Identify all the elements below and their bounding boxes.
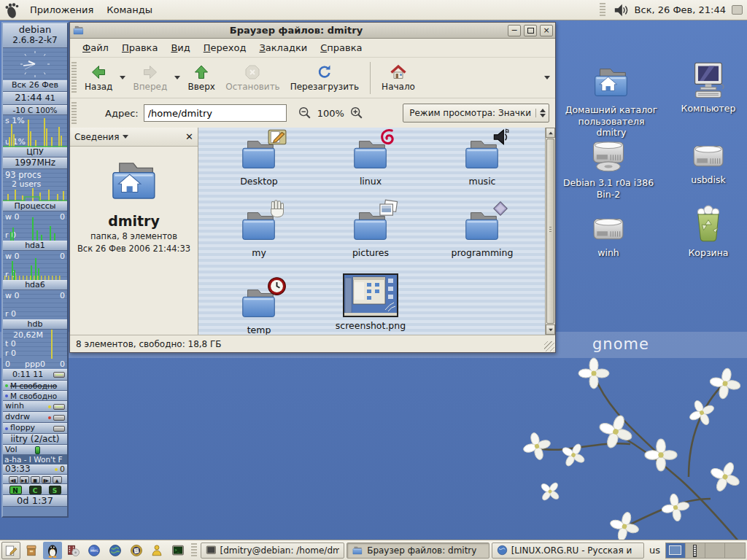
applications-menu[interactable]: Приложения <box>23 1 100 18</box>
dvdrw-mount-button[interactable] <box>53 415 65 421</box>
panel-clock[interactable]: Вск, 26 Фев, 21:44 <box>635 4 726 15</box>
zoom-level[interactable]: 100% <box>317 108 344 119</box>
file-linux[interactable]: linux <box>317 136 424 187</box>
tasklist-drag-handle[interactable] <box>191 543 197 558</box>
side-pane-close-icon[interactable]: ✕ <box>185 131 193 142</box>
resize-grip[interactable] <box>544 341 554 351</box>
zoom-out-icon[interactable] <box>298 106 312 120</box>
swap-meter[interactable]: М свободно <box>3 391 67 401</box>
menu-view[interactable]: Вид <box>164 40 196 55</box>
desktop-icon-trash[interactable]: Корзина <box>660 204 747 259</box>
menu-edit[interactable]: Правка <box>115 40 164 55</box>
numlock-led[interactable]: N <box>9 486 22 494</box>
volume-slider[interactable]: Vol <box>3 445 67 455</box>
home-button[interactable]: Начало <box>376 61 420 96</box>
terminal-launcher[interactable]: >_ <box>169 542 187 559</box>
web-browser-launcher[interactable] <box>106 542 125 559</box>
task-file-browser[interactable]: Браузер файлов: dmitry <box>347 542 489 559</box>
mail-monitor[interactable]: iitry (2/act) <box>3 434 67 445</box>
menu-go[interactable]: Переход <box>197 40 253 55</box>
icon-view[interactable]: Desktop linux music <box>198 128 545 335</box>
xmms-time: 03:33 0 <box>3 464 67 475</box>
desktop-icon-usbdisk[interactable]: usbdisk <box>660 137 747 186</box>
up-button[interactable]: Вверх <box>182 61 220 96</box>
mount-dvdrw[interactable]: dvdrw <box>3 412 67 423</box>
back-button[interactable]: Назад <box>80 61 117 96</box>
workspace-4[interactable] <box>725 543 745 558</box>
xmms-launcher[interactable]: MMS <box>85 542 104 559</box>
workspace-2[interactable] <box>686 543 705 558</box>
scrollbar-thumb[interactable] <box>546 139 554 324</box>
floppy-mount-button[interactable] <box>53 426 65 432</box>
gkrellm-monitor[interactable]: debian 2.6.8-2-k7 Вск 26 Фев 21:44 41 -1… <box>1 22 69 518</box>
desktop-icon-debian-cd[interactable]: Debian 3.1 r0a i386 Bin-2 <box>560 133 657 200</box>
file-desktop[interactable]: Desktop <box>206 136 312 187</box>
mount-winh[interactable]: winh <box>3 401 67 412</box>
trash-icon <box>690 204 727 244</box>
forward-button[interactable]: Вперед <box>128 61 172 96</box>
window-title: Браузер файлов: dmitry <box>88 25 505 36</box>
vertical-scrollbar[interactable] <box>545 128 555 335</box>
file-screenshot[interactable]: screenshot.png <box>317 273 424 331</box>
commands-menu[interactable]: Команды <box>100 1 159 18</box>
file-archiver-launcher[interactable] <box>23 542 42 559</box>
mount-floppy[interactable]: floppy <box>3 423 67 434</box>
toolbar-overflow-dropdown[interactable] <box>542 61 552 96</box>
desktop-icon-home[interactable]: Домашний каталог пользователя dmitry <box>563 64 659 139</box>
reload-button[interactable]: Перезагрузить <box>285 61 364 96</box>
menu-file[interactable]: Файл <box>76 40 115 55</box>
movie-player-icon <box>67 544 80 557</box>
maximize-button[interactable] <box>524 25 537 36</box>
side-pane: Сведения ✕ dmitry папка, 8 элементов Вск… <box>70 128 198 335</box>
file-temp[interactable]: temp <box>206 285 312 335</box>
desktop-icon-winh[interactable]: winh <box>560 210 657 259</box>
minimize-button[interactable]: − <box>508 25 521 36</box>
xmms-song-title[interactable]: a-ha - I Won't F <box>3 455 67 464</box>
winh-mount-button[interactable] <box>53 404 65 410</box>
view-mode-select[interactable]: Режим просмотра: Значки <box>403 104 549 122</box>
mem-meter[interactable]: М свободно <box>3 381 67 391</box>
gkrellm-host-panel: debian 2.6.8-2-k7 <box>3 23 67 48</box>
scrolllock-led[interactable]: S <box>49 486 61 494</box>
applet-drag-handle[interactable] <box>600 3 605 18</box>
capslock-led[interactable]: C <box>29 486 42 494</box>
toolbar-drag-handle[interactable] <box>71 62 77 94</box>
menu-bookmarks[interactable]: Закладки <box>252 40 314 55</box>
address-input[interactable] <box>144 104 287 122</box>
menu-help[interactable]: Справка <box>314 40 368 55</box>
back-history-dropdown[interactable] <box>117 61 128 96</box>
stop-button[interactable]: ■ <box>31 476 40 483</box>
news-reader-launcher[interactable] <box>127 542 146 559</box>
ppp0-connect-button[interactable] <box>53 372 65 378</box>
next-track-button[interactable]: ▮▶ <box>42 476 51 483</box>
stop-button[interactable]: Остановить <box>220 61 285 96</box>
messenger-launcher[interactable] <box>148 542 167 559</box>
file-pictures[interactable]: pictures <box>317 208 424 258</box>
movie-player-launcher[interactable] <box>64 542 83 559</box>
forward-history-dropdown[interactable] <box>172 61 182 96</box>
file-my[interactable]: my <box>206 208 312 258</box>
task-terminal[interactable]: [dmitry@debian: /home/dm <box>201 542 344 559</box>
close-button[interactable]: × <box>540 25 553 36</box>
desktop-icon-computer[interactable]: Компьютер <box>660 61 747 114</box>
scroll-up-arrow[interactable] <box>546 128 555 138</box>
workspace-3[interactable] <box>705 543 725 558</box>
show-desktop-button[interactable] <box>1 542 20 559</box>
prev-track-button[interactable]: ◀▮ <box>9 476 18 483</box>
file-music[interactable]: music <box>429 136 535 187</box>
side-pane-selector[interactable]: Сведения <box>74 132 119 142</box>
addressbar-drag-handle[interactable] <box>71 102 77 124</box>
scroll-down-arrow[interactable] <box>546 324 555 335</box>
workspace-1[interactable] <box>666 543 686 558</box>
eject-button[interactable]: ▲ <box>53 476 62 483</box>
keyboard-layout-indicator[interactable]: us <box>646 545 663 556</box>
tray-icon[interactable] <box>732 5 743 15</box>
task-browser-linuxorgru[interactable]: [LINUX.ORG.RU - Русская и <box>492 542 644 559</box>
gnome-foot-icon[interactable] <box>3 1 20 19</box>
play-pause-button[interactable]: ▶▮ <box>20 476 29 483</box>
volume-icon[interactable] <box>613 3 629 18</box>
games-launcher[interactable] <box>43 542 62 559</box>
zoom-in-icon[interactable] <box>349 106 364 120</box>
titlebar[interactable]: Браузер файлов: dmitry − × <box>70 23 555 39</box>
file-programming[interactable]: programming <box>429 208 535 258</box>
